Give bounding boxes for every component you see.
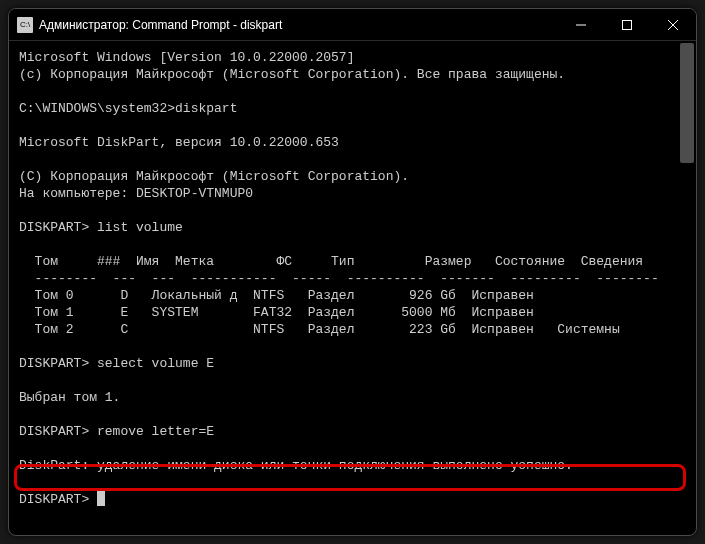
prompt-line: C:\WINDOWS\system32>diskpart [19, 101, 237, 116]
maximize-icon [622, 20, 632, 30]
output-line: Microsoft DiskPart, версия 10.0.22000.65… [19, 135, 339, 150]
prompt-line: DISKPART> remove letter=E [19, 424, 214, 439]
window-controls [558, 9, 696, 40]
current-prompt: DISKPART> [19, 492, 97, 507]
terminal-output[interactable]: Microsoft Windows [Version 10.0.22000.20… [9, 41, 696, 535]
command-prompt-window: C:\ Администратор: Command Prompt - disk… [8, 8, 697, 536]
success-message: DiskPart: удаление имени диска или точки… [19, 458, 573, 473]
prompt-line: DISKPART> list volume [19, 220, 183, 235]
output-line: (c) Корпорация Майкрософт (Microsoft Cor… [19, 67, 565, 82]
close-icon [668, 20, 678, 30]
output-line: Выбран том 1. [19, 390, 120, 405]
table-row: Том 1 E SYSTEM FAT32 Раздел 5000 Мб Испр… [19, 305, 534, 320]
table-divider: -------- --- --- ----------- ----- -----… [19, 271, 659, 286]
table-row: Том 0 D Локальный д NTFS Раздел 926 Gб И… [19, 288, 534, 303]
cursor [97, 491, 105, 506]
prompt-line: DISKPART> select volume E [19, 356, 214, 371]
app-icon: C:\ [17, 17, 33, 33]
close-button[interactable] [650, 9, 696, 40]
table-row: Том 2 C NTFS Раздел 223 Gб Исправен Сист… [19, 322, 620, 337]
maximize-button[interactable] [604, 9, 650, 40]
scrollbar-thumb[interactable] [680, 43, 694, 163]
titlebar[interactable]: C:\ Администратор: Command Prompt - disk… [9, 9, 696, 41]
minimize-icon [576, 20, 586, 30]
window-title: Администратор: Command Prompt - diskpart [39, 18, 558, 32]
output-line: На компьютере: DESKTOP-VTNMUP0 [19, 186, 253, 201]
output-line: (C) Корпорация Майкрософт (Microsoft Cor… [19, 169, 409, 184]
output-line: Microsoft Windows [Version 10.0.22000.20… [19, 50, 354, 65]
minimize-button[interactable] [558, 9, 604, 40]
svg-rect-1 [623, 20, 632, 29]
table-header: Том ### Имя Метка ФС Тип Размер Состояни… [19, 254, 643, 269]
